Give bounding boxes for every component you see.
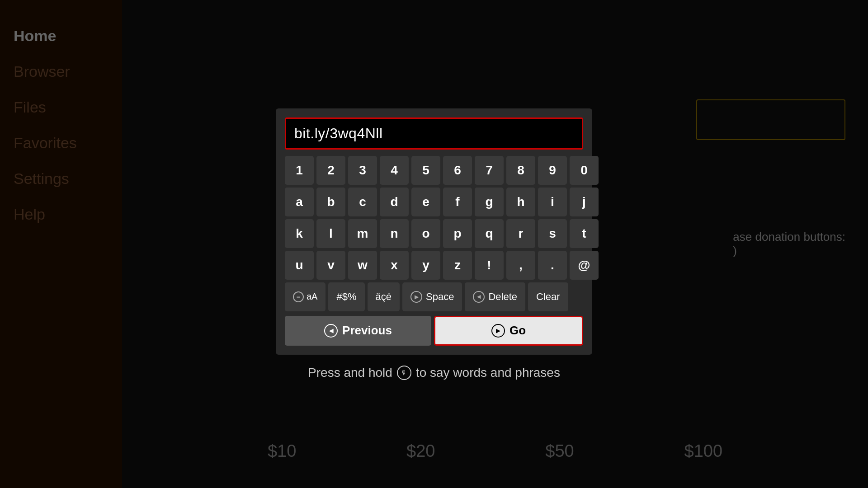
key-9[interactable]: 9 [538, 156, 567, 185]
key-row-u-at: u v w x y z ! , . @ [285, 251, 583, 280]
keyboard-dialog: bit.ly/3wq4Nll 1 2 3 4 5 6 7 8 9 0 a b c [276, 108, 592, 355]
previous-label: Previous [342, 324, 392, 338]
key-4[interactable]: 4 [380, 156, 409, 185]
key-u[interactable]: u [285, 251, 314, 280]
key-z[interactable]: z [443, 251, 472, 280]
key-o[interactable]: o [411, 219, 440, 248]
key-3[interactable]: 3 [348, 156, 377, 185]
previous-icon: ◀ [324, 324, 338, 338]
voice-hint-before: Press and hold [308, 366, 392, 380]
key-w[interactable]: w [348, 251, 377, 280]
key-m[interactable]: m [348, 219, 377, 248]
go-icon: ▶ [491, 324, 505, 338]
key-at[interactable]: @ [570, 251, 599, 280]
circle-equal-icon: ＝ [293, 291, 304, 302]
key-clear[interactable]: Clear [528, 282, 568, 311]
key-q[interactable]: q [475, 219, 504, 248]
circle-back-icon: ◀ [473, 291, 485, 303]
key-6[interactable]: 6 [443, 156, 472, 185]
key-n[interactable]: n [380, 219, 409, 248]
key-p[interactable]: p [443, 219, 472, 248]
key-x[interactable]: x [380, 251, 409, 280]
key-case-toggle[interactable]: ＝ aA [285, 282, 326, 311]
circle-play-icon: ▶ [410, 291, 422, 303]
keyboard-area: 1 2 3 4 5 6 7 8 9 0 a b c d e f g h [285, 156, 583, 311]
go-label: Go [509, 324, 526, 338]
voice-hint: Press and hold 🎙 to say words and phrase… [308, 366, 560, 380]
clear-label: Clear [536, 291, 560, 303]
voice-hint-after: to say words and phrases [416, 366, 560, 380]
navigation-buttons: ◀ Previous ▶ Go [285, 316, 583, 346]
previous-button[interactable]: ◀ Previous [285, 316, 431, 346]
key-y[interactable]: y [411, 251, 440, 280]
keyboard-overlay: bit.ly/3wq4Nll 1 2 3 4 5 6 7 8 9 0 a b c [0, 0, 868, 488]
key-row-k-t: k l m n o p q r s t [285, 219, 583, 248]
key-delete[interactable]: ◀ Delete [465, 282, 525, 311]
key-8[interactable]: 8 [506, 156, 535, 185]
key-k[interactable]: k [285, 219, 314, 248]
key-row-numbers: 1 2 3 4 5 6 7 8 9 0 [285, 156, 583, 185]
key-c[interactable]: c [348, 188, 377, 216]
go-button[interactable]: ▶ Go [434, 316, 583, 346]
key-row-special: ＝ aA #$% äçé ▶ Space ◀ Delete [285, 282, 583, 311]
key-v[interactable]: v [316, 251, 345, 280]
key-f[interactable]: f [443, 188, 472, 216]
key-i[interactable]: i [538, 188, 567, 216]
key-1[interactable]: 1 [285, 156, 314, 185]
key-e[interactable]: e [411, 188, 440, 216]
key-l[interactable]: l [316, 219, 345, 248]
key-h[interactable]: h [506, 188, 535, 216]
key-d[interactable]: d [380, 188, 409, 216]
url-input-field[interactable]: bit.ly/3wq4Nll [285, 117, 583, 150]
key-t[interactable]: t [570, 219, 599, 248]
delete-label: Delete [488, 291, 517, 303]
key-j[interactable]: j [570, 188, 599, 216]
space-label: Space [426, 291, 454, 303]
key-a[interactable]: a [285, 188, 314, 216]
key-exclaim[interactable]: ! [475, 251, 504, 280]
key-space[interactable]: ▶ Space [402, 282, 462, 311]
key-r[interactable]: r [506, 219, 535, 248]
key-comma[interactable]: , [506, 251, 535, 280]
key-g[interactable]: g [475, 188, 504, 216]
key-special-chars[interactable]: äçé [368, 282, 400, 311]
key-symbols[interactable]: #$% [328, 282, 364, 311]
key-row-a-j: a b c d e f g h i j [285, 188, 583, 216]
key-5[interactable]: 5 [411, 156, 440, 185]
key-2[interactable]: 2 [316, 156, 345, 185]
key-s[interactable]: s [538, 219, 567, 248]
key-period[interactable]: . [538, 251, 567, 280]
key-0[interactable]: 0 [570, 156, 599, 185]
mic-icon: 🎙 [397, 366, 411, 380]
case-label: aA [307, 291, 317, 302]
key-b[interactable]: b [316, 188, 345, 216]
key-7[interactable]: 7 [475, 156, 504, 185]
